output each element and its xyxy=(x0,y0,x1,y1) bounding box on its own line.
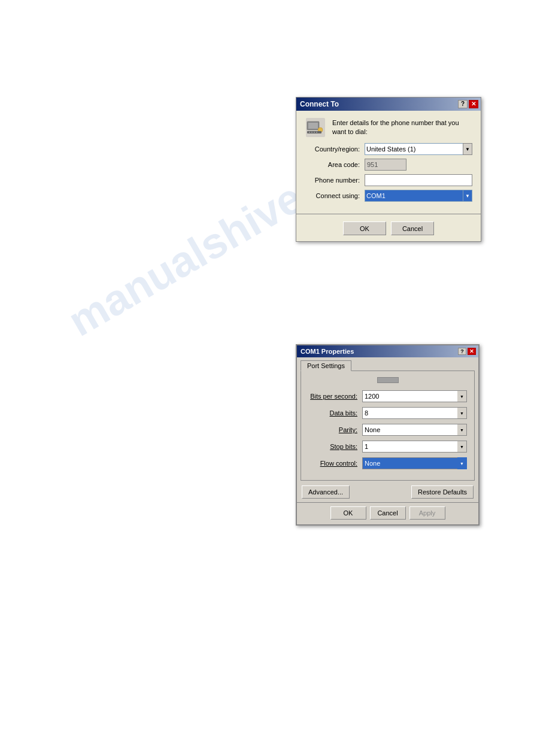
com1-advanced-footer: Advanced... Restore Defaults xyxy=(297,481,478,502)
bits-per-second-label: Bits per second: xyxy=(308,393,362,400)
area-code-row: Area code: xyxy=(305,159,472,171)
area-code-label: Area code: xyxy=(305,161,365,168)
connect-using-select-wrapper: COM1 ▼ xyxy=(365,190,472,202)
com1-cancel-button[interactable]: Cancel xyxy=(370,506,406,520)
data-bits-label-text: Data bits: xyxy=(330,409,357,417)
stop-bits-select-wrapper: 1 1.5 2 ▼ xyxy=(362,441,467,453)
svg-rect-2 xyxy=(308,123,318,129)
data-bits-select-wrapper: 8 7 6 5 ▼ xyxy=(362,407,467,419)
com1-tab-bar: Port Settings xyxy=(297,357,478,371)
com1-title: COM1 Properties xyxy=(299,348,354,355)
stop-bits-label-text: Stop bits: xyxy=(330,443,357,450)
com1-help-button[interactable]: ? xyxy=(458,348,466,355)
connect-using-row: Connect using: COM1 ▼ xyxy=(305,190,472,202)
connect-to-description: Enter details for the phone number that … xyxy=(332,119,472,137)
phone-number-input-wrapper xyxy=(365,174,472,186)
connect-to-footer: OK Cancel xyxy=(296,217,481,241)
svg-point-8 xyxy=(316,132,317,133)
country-region-select-wrapper: United States (1) ▼ xyxy=(365,143,472,155)
restore-defaults-button[interactable]: Restore Defaults xyxy=(411,485,474,499)
connect-using-select[interactable]: COM1 xyxy=(365,190,472,202)
com1-dialog-footer: OK Cancel Apply xyxy=(297,503,478,524)
tab-port-settings[interactable]: Port Settings xyxy=(301,360,351,371)
advanced-button[interactable]: Advanced... xyxy=(302,485,350,499)
phone-number-input[interactable] xyxy=(365,174,472,186)
country-region-dropdown-wrapper: United States (1) ▼ xyxy=(365,143,472,155)
parity-label-text: Parity: xyxy=(339,426,357,433)
com1-bar-rect xyxy=(377,377,399,383)
data-bits-label: Data bits: xyxy=(308,409,362,417)
com1-close-button[interactable]: ✕ xyxy=(468,348,476,355)
connect-to-ok-button[interactable]: OK xyxy=(343,221,386,235)
com1-tab-content: Bits per second: 1200 2400 4800 9600 192… xyxy=(301,371,475,481)
bits-per-second-select[interactable]: 1200 2400 4800 9600 19200 38400 57600 11… xyxy=(362,390,467,402)
connect-to-body: Enter details for the phone number that … xyxy=(296,111,481,211)
area-code-input[interactable] xyxy=(365,159,406,171)
com1-ok-button[interactable]: OK xyxy=(330,506,366,520)
data-bits-select[interactable]: 8 7 6 5 xyxy=(362,407,467,419)
phone-number-label: Phone number: xyxy=(305,177,365,184)
phone-number-row: Phone number: xyxy=(305,174,472,186)
svg-point-5 xyxy=(309,132,310,133)
parity-label: Parity: xyxy=(308,426,362,433)
connect-using-label: Connect using: xyxy=(305,192,365,199)
com1-right-buttons: Restore Defaults xyxy=(411,485,474,499)
connect-to-title: Connect To xyxy=(299,100,339,108)
bits-per-second-row: Bits per second: 1200 2400 4800 9600 192… xyxy=(308,390,467,402)
flow-control-select[interactable]: None Hardware Xon / Xoff xyxy=(362,457,467,469)
com1-left-buttons: Advanced... xyxy=(302,485,350,499)
connect-to-dialog: Connect To ? ✕ Enter details for xyxy=(296,97,481,242)
flow-control-label-text: Flow control: xyxy=(320,460,357,467)
parity-select[interactable]: None Even Odd Mark Space xyxy=(362,424,467,436)
bits-per-second-select-wrapper: 1200 2400 4800 9600 19200 38400 57600 11… xyxy=(362,390,467,402)
flow-control-label: Flow control: xyxy=(308,460,362,467)
connect-to-help-button[interactable]: ? xyxy=(458,100,468,108)
country-region-row: Country/region: United States (1) ▼ xyxy=(305,143,472,155)
connect-to-titlebar: Connect To ? ✕ xyxy=(296,98,481,111)
stop-bits-row: Stop bits: 1 1.5 2 ▼ xyxy=(308,441,467,453)
connect-to-separator xyxy=(296,214,481,214)
stop-bits-select[interactable]: 1 1.5 2 xyxy=(362,441,467,453)
svg-point-7 xyxy=(314,132,315,133)
com1-titlebar: COM1 Properties ? ✕ xyxy=(297,345,478,357)
connect-to-icon-row: Enter details for the phone number that … xyxy=(305,117,472,138)
com1-small-bar xyxy=(308,377,467,383)
svg-point-6 xyxy=(311,132,312,133)
connect-to-cancel-button[interactable]: Cancel xyxy=(391,221,434,235)
connect-to-titlebar-buttons: ? ✕ xyxy=(458,100,478,108)
stop-bits-label: Stop bits: xyxy=(308,443,362,450)
data-bits-row: Data bits: 8 7 6 5 ▼ xyxy=(308,407,467,419)
com1-apply-button[interactable]: Apply xyxy=(409,506,445,520)
connect-to-close-button[interactable]: ✕ xyxy=(469,100,478,108)
flow-control-row: Flow control: None Hardware Xon / Xoff ▼ xyxy=(308,457,467,469)
flow-control-select-wrapper: None Hardware Xon / Xoff ▼ xyxy=(362,457,467,469)
com1-properties-dialog: COM1 Properties ? ✕ Port Settings Bits p… xyxy=(296,344,480,526)
com1-titlebar-buttons: ? ✕ xyxy=(458,348,476,355)
country-region-label: Country/region: xyxy=(305,145,365,153)
parity-select-wrapper: None Even Odd Mark Space ▼ xyxy=(362,424,467,436)
area-code-input-wrapper xyxy=(365,159,472,171)
parity-row: Parity: None Even Odd Mark Space ▼ xyxy=(308,424,467,436)
connect-using-dropdown-wrapper: COM1 ▼ xyxy=(365,190,472,202)
phone-icon xyxy=(305,117,326,138)
bits-per-second-label-text: Bits per second: xyxy=(310,393,357,400)
country-region-select[interactable]: United States (1) xyxy=(365,143,472,155)
